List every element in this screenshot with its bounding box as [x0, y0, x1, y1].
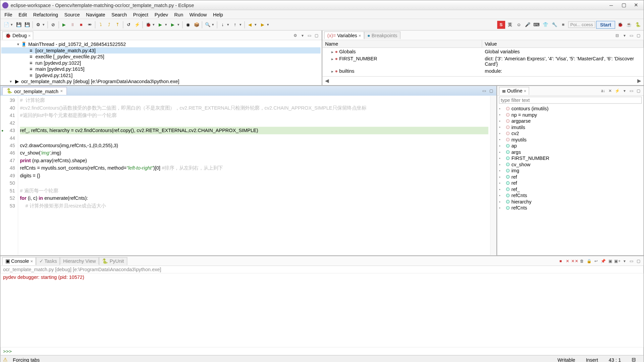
debug-view-tab[interactable]: 🐞 Debug ×: [2, 31, 34, 39]
perspective-pydev-icon[interactable]: 🐍: [634, 20, 642, 28]
breakpoints-tab[interactable]: ● Breakpoints: [364, 32, 400, 39]
sort-icon[interactable]: a↓: [600, 87, 606, 94]
close-icon[interactable]: ×: [30, 259, 33, 264]
prev-annotation-icon[interactable]: ↑: [231, 20, 239, 28]
debug-tree-item[interactable]: ≡run [pydevd.py:1022]: [1, 60, 321, 66]
code-line[interactable]: # 遍历每一个轮廓: [20, 187, 488, 194]
console-tab[interactable]: ▣ Console ×: [2, 257, 36, 265]
start-button[interactable]: Start: [596, 20, 615, 28]
ime-lang-icon[interactable]: 英: [506, 20, 514, 28]
new-icon[interactable]: 📄: [2, 20, 10, 28]
disconnect-icon[interactable]: ⚮: [86, 20, 94, 28]
use-step-filters-icon[interactable]: ⚡: [133, 20, 141, 28]
menu-navigate[interactable]: Navigate: [83, 11, 108, 18]
debug-tree-item[interactable]: ▾▶ocr_template_match.py [debug] [e:\Prog…: [1, 78, 321, 85]
resume-icon[interactable]: ▶: [60, 20, 68, 28]
pin-console-icon[interactable]: 📌: [600, 258, 606, 264]
filter-icon[interactable]: ⚡: [614, 87, 621, 94]
outline-item[interactable]: ▪np = numpy: [499, 112, 642, 118]
menu-edit[interactable]: Edit: [15, 11, 30, 18]
ime-mic-icon[interactable]: 🎤: [524, 20, 532, 28]
maximize-view-icon[interactable]: ▢: [636, 87, 642, 94]
sogou-icon[interactable]: S: [497, 20, 505, 28]
hierarchy-tab[interactable]: Hierarchy View: [60, 257, 99, 264]
build-icon[interactable]: ⚙: [34, 20, 42, 28]
dropdown-icon[interactable]: ▾: [212, 22, 216, 26]
outline-item[interactable]: ▪hierarchy: [499, 198, 642, 205]
code-line[interactable]: [20, 134, 488, 142]
skip-breakpoints-icon[interactable]: ⊘: [49, 20, 57, 28]
code-line[interactable]: #返回的list中每个元素都是图像中的一个轮廓: [20, 112, 488, 119]
status-progress-icon[interactable]: ⊟: [626, 357, 641, 362]
dropdown-icon[interactable]: ▾: [239, 22, 243, 26]
debug-tree-item[interactable]: ≡main [pydevd.py:1615]: [1, 66, 321, 72]
perspective-java-icon[interactable]: ☕: [625, 20, 633, 28]
minimize-view-icon[interactable]: ▭: [307, 32, 313, 39]
maximize-view-icon[interactable]: ▢: [636, 32, 642, 39]
outline-item[interactable]: ▪args: [499, 149, 642, 155]
editor-tab[interactable]: 🐍 ocr_template_match ×: [2, 87, 67, 95]
ime-tool-icon[interactable]: 🔧: [550, 20, 558, 28]
menu-file[interactable]: File: [1, 11, 15, 18]
hide-icon[interactable]: ✕: [607, 87, 613, 94]
menu-run[interactable]: Run: [171, 11, 186, 18]
view-menu-icon[interactable]: ▾: [622, 32, 628, 39]
variable-row[interactable]: ▸ ● FIRST_NUMBERdict: {'3': 'American Ex…: [322, 55, 643, 67]
new-class-icon[interactable]: ◉: [184, 20, 192, 28]
step-return-icon[interactable]: ⤒: [114, 20, 122, 28]
debug-icon[interactable]: 🐞: [144, 20, 152, 28]
ime-skin-icon[interactable]: 👕: [541, 20, 549, 28]
view-menu-icon[interactable]: ▾: [300, 32, 306, 39]
debug-tree-item[interactable]: ≡ [pydevd.py:1621]: [1, 72, 321, 79]
code-editor[interactable]: 394041424344454647484950515253 # 计算轮廓#cv…: [0, 96, 496, 255]
code-line[interactable]: digits = {}: [20, 172, 488, 179]
scroll-left-icon[interactable]: ◀: [322, 78, 331, 84]
debug-tree-item[interactable]: ≡execfile [_pydev_execfile.py:25]: [1, 54, 321, 60]
code-line[interactable]: [20, 180, 488, 187]
outline-item[interactable]: ▪refCnts: [499, 192, 642, 199]
pyunit-tab[interactable]: 🐍 PyUnit: [99, 257, 127, 265]
code-line[interactable]: # 计算外接矩形并且resize成合适大小: [20, 202, 488, 209]
outline-item[interactable]: ▪myutils: [499, 136, 642, 143]
search-icon[interactable]: 🔍: [204, 20, 212, 28]
suspend-icon[interactable]: ⏸: [69, 20, 77, 28]
drop-to-frame-icon[interactable]: ↺: [125, 20, 133, 28]
outline-item[interactable]: ▪img: [499, 168, 642, 174]
ime-face-icon[interactable]: ☺: [515, 20, 523, 28]
minimize-view-icon[interactable]: ▭: [629, 32, 635, 39]
close-icon[interactable]: ×: [60, 88, 63, 94]
menu-project[interactable]: Project: [130, 11, 152, 18]
dropdown-icon[interactable]: ▾: [165, 22, 169, 26]
debug-tree-item[interactable]: ≡ [ocr_template_match.py:43]: [1, 47, 321, 54]
maximize-editor-icon[interactable]: ▢: [488, 88, 495, 94]
menu-search[interactable]: Search: [108, 11, 130, 18]
next-annotation-icon[interactable]: ↓: [219, 20, 227, 28]
menu-help[interactable]: Help: [210, 11, 226, 18]
remove-all-icon[interactable]: ✕✕: [572, 258, 578, 264]
save-icon[interactable]: 💾: [15, 20, 23, 28]
console-output[interactable]: pydev debugger: starting (pid: 10572): [0, 274, 643, 347]
debug-tree[interactable]: ▾🧵MainThread - pid_10572_id_268454152255…: [0, 40, 321, 85]
outline-item[interactable]: ▪FIRST_NUMBER: [499, 155, 642, 162]
debug-tree-item[interactable]: ▾🧵MainThread - pid_10572_id_268454152255…: [1, 41, 321, 48]
new-package-icon[interactable]: 📦: [193, 20, 201, 28]
menu-refactoring[interactable]: Refactoring: [30, 11, 61, 18]
quick-access-field[interactable]: Poi... ccess: [568, 21, 595, 28]
close-icon[interactable]: ×: [359, 33, 361, 38]
terminate-console-icon[interactable]: ■: [557, 258, 564, 264]
code-line[interactable]: ref_, refCnts, hierarchy = cv2.findConto…: [20, 127, 488, 134]
dropdown-icon[interactable]: ▾: [227, 22, 231, 26]
scroll-right-icon[interactable]: ▶: [635, 78, 643, 84]
console-prompt[interactable]: >>>: [0, 347, 643, 355]
outline-item[interactable]: ▪cv2: [499, 130, 642, 137]
view-menu-icon[interactable]: ▾: [622, 87, 628, 94]
perspective-debug-icon[interactable]: 🐞: [616, 20, 624, 28]
remove-launch-icon[interactable]: ✕: [565, 258, 571, 264]
outline-item[interactable]: ▪argparse: [499, 118, 642, 124]
variables-tab[interactable]: (x)= Variables ×: [324, 32, 364, 39]
ime-keyboard-icon[interactable]: ⌨: [533, 20, 541, 28]
maximize-view-icon[interactable]: ▢: [314, 32, 320, 39]
code-line[interactable]: #cv2.findContours()函数接受的参数为二值图，即黑白的（不是灰度…: [20, 104, 488, 112]
back-icon[interactable]: ◀: [246, 20, 254, 28]
ime-menu-icon[interactable]: ≡: [559, 20, 567, 28]
